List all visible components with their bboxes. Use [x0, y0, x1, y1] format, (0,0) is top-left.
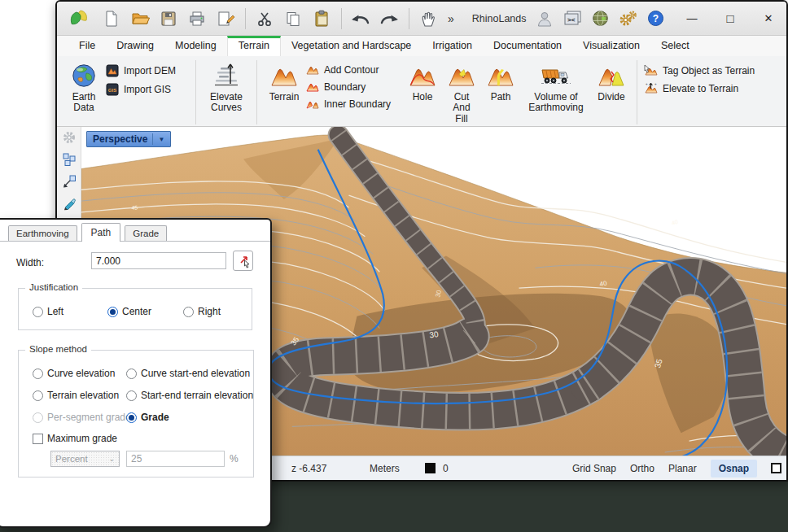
pan-button[interactable] — [416, 7, 440, 30]
help-button[interactable]: ? — [646, 7, 665, 30]
print-button[interactable] — [185, 7, 209, 30]
filter-icon[interactable] — [771, 463, 781, 473]
tab-file[interactable]: File — [68, 36, 106, 56]
objects-icon[interactable] — [62, 152, 77, 167]
tab-vegetation-and-hardscape[interactable]: Vegetation and Hardscape — [281, 36, 422, 56]
tab-visualization[interactable]: Visualization — [572, 36, 650, 56]
radio-icon — [33, 390, 43, 401]
account-button[interactable] — [535, 7, 554, 30]
maximum-grade-checkbox[interactable]: Maximum grade — [33, 433, 117, 444]
osnap-toggle[interactable]: Osnap — [711, 460, 757, 477]
titlebar-separator — [341, 8, 342, 29]
terrain-button[interactable]: Terrain — [264, 59, 304, 102]
tab-terrain[interactable]: Terrain — [227, 36, 281, 56]
command-console-button[interactable]: >< — [562, 7, 583, 30]
tab-drawing[interactable]: Drawing — [106, 36, 164, 56]
dialog-tab-path[interactable]: Path — [81, 223, 121, 242]
justification-left-radio[interactable]: Left — [33, 306, 63, 317]
radio-icon — [126, 368, 137, 379]
tab-select[interactable]: Select — [650, 36, 700, 56]
tab-irrigation[interactable]: Irrigation — [422, 36, 483, 56]
cut-button[interactable] — [252, 7, 277, 30]
grade-unit-value: Percent — [55, 454, 88, 464]
tag-object-as-terrain-button[interactable]: Tag Object as Terrain — [644, 64, 760, 76]
ribbon-divider — [195, 60, 196, 124]
redo-button[interactable] — [377, 7, 401, 30]
options-button[interactable] — [617, 7, 638, 30]
contour-group: Add Contour Boundary Inner Boundary — [306, 59, 402, 110]
elevate-curves-button[interactable]: ElevateCurves — [203, 59, 250, 114]
radio-icon — [183, 307, 194, 317]
account-icon — [536, 11, 553, 27]
terrain-tag-group: Tag Object as Terrain ++ Elevate to Terr… — [644, 59, 760, 94]
import-group: Import DEM GIS Import GIS — [106, 59, 189, 96]
more-tools-button[interactable]: » — [448, 12, 454, 25]
gears-icon — [619, 10, 637, 27]
planar-toggle[interactable]: Planar — [668, 463, 697, 474]
boundary-button[interactable]: Boundary — [306, 81, 402, 93]
justification-right-radio[interactable]: Right — [183, 306, 221, 317]
boundary-label: Boundary — [324, 81, 366, 93]
web-button[interactable] — [590, 7, 610, 30]
curve-start-end-elevation-radio[interactable]: Curve start-end elevation — [126, 368, 250, 379]
copy-button[interactable] — [281, 7, 305, 30]
titlebar: » RhinoLands >< ? — □ ✕ — [57, 2, 786, 36]
width-input[interactable] — [91, 252, 226, 269]
volume-of-earthmoving-button[interactable]: Volume ofEarthmoving — [521, 59, 591, 114]
layer-color-swatch[interactable] — [425, 463, 436, 473]
move-cube-icon[interactable] — [62, 174, 77, 189]
divide-button[interactable]: Divide — [593, 59, 630, 102]
save-button[interactable] — [156, 7, 181, 30]
close-button[interactable]: ✕ — [757, 7, 780, 30]
paste-button[interactable] — [309, 7, 334, 30]
new-document-button[interactable] — [99, 7, 124, 30]
earth-data-button[interactable]: EarthData — [65, 59, 103, 114]
svg-text:GIS: GIS — [108, 88, 116, 93]
elevate-to-terrain-button[interactable]: ++ Elevate to Terrain — [644, 82, 760, 94]
curve-start-end-elevation-label: Curve start-end elevation — [141, 368, 250, 379]
grade-radio[interactable]: Grade — [126, 412, 169, 423]
undo-button[interactable] — [348, 7, 373, 30]
gear-icon[interactable] — [62, 130, 77, 145]
open-file-button[interactable] — [128, 7, 152, 30]
radio-icon — [126, 412, 137, 423]
pick-in-viewport-button[interactable] — [233, 251, 253, 271]
terrain-elevation-radio[interactable]: Terrain elevation — [33, 390, 119, 401]
inner-boundary-button[interactable]: Inner Boundary — [306, 98, 402, 110]
pencil-icon[interactable] — [62, 196, 77, 211]
curve-elevation-radio[interactable]: Curve elevation — [33, 368, 115, 379]
help-icon: ? — [647, 10, 664, 27]
dialog-tab-grade[interactable]: Grade — [125, 225, 167, 241]
grade-unit-select[interactable]: Percent⌄ — [50, 451, 120, 467]
viewport-title-dropdown[interactable]: Perspective ▼ — [86, 131, 171, 147]
units-label[interactable]: Meters — [370, 463, 400, 474]
cut-and-fill-button[interactable]: CutAndFill — [444, 59, 479, 124]
ortho-toggle[interactable]: Ortho — [630, 463, 654, 474]
divide-icon — [598, 61, 624, 90]
import-gis-button[interactable]: GIS Import GIS — [106, 83, 189, 96]
viewport-title: Perspective — [93, 133, 147, 145]
path-icon — [488, 61, 514, 90]
cut-icon — [256, 11, 273, 27]
paste-icon — [313, 10, 330, 28]
dialog-tab-earthmoving[interactable]: Earthmoving — [8, 225, 77, 241]
grid-snap-toggle[interactable]: Grid Snap — [572, 463, 616, 474]
path-button[interactable]: Path — [484, 59, 518, 102]
layer-name[interactable]: 0 — [443, 463, 449, 474]
tab-modeling[interactable]: Modeling — [164, 36, 227, 56]
hole-label: Hole — [413, 92, 433, 102]
import-dem-button[interactable]: Import DEM — [106, 64, 189, 77]
earth-globe-icon — [72, 61, 96, 90]
ribbon-divider — [256, 60, 257, 124]
edit-notes-button[interactable] — [213, 7, 238, 30]
dump-truck-icon — [540, 61, 572, 90]
hole-button[interactable]: Hole — [405, 59, 440, 102]
minimize-button[interactable]: — — [681, 7, 703, 30]
dialog-tabbar: Earthmoving Path Grade — [0, 220, 270, 242]
add-contour-button[interactable]: Add Contour — [306, 64, 402, 76]
tab-documentation[interactable]: Documentation — [483, 36, 572, 56]
grade-value-input[interactable] — [126, 451, 225, 467]
start-end-terrain-elevation-radio[interactable]: Start-end terrain elevation — [126, 390, 253, 401]
justification-center-radio[interactable]: Center — [107, 306, 151, 317]
maximize-button[interactable]: □ — [719, 7, 742, 30]
